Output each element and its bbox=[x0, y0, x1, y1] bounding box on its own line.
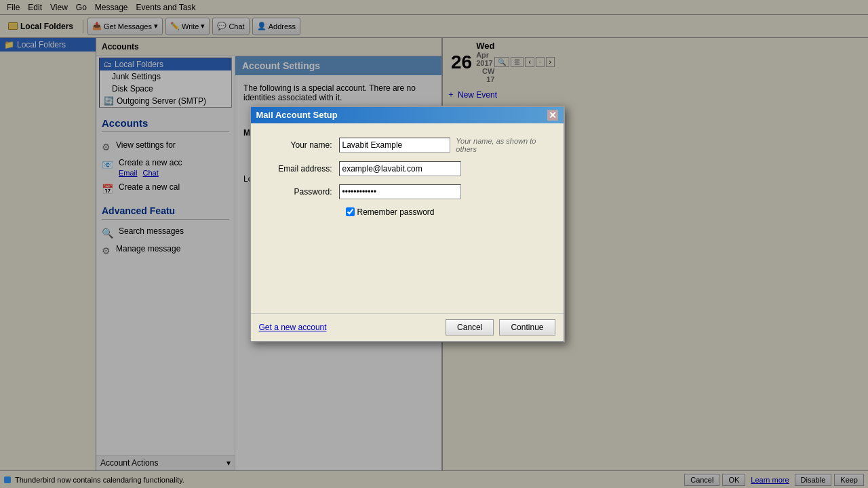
email-input[interactable] bbox=[339, 161, 461, 176]
password-input-wrap bbox=[339, 184, 461, 199]
remember-checkbox[interactable] bbox=[346, 207, 355, 216]
remember-label: Remember password bbox=[357, 207, 435, 217]
modal-body: Your name: Your name, as shown to others… bbox=[251, 123, 564, 313]
modal-spacer bbox=[264, 225, 550, 306]
email-row: Email address: bbox=[264, 161, 550, 176]
modal-footer: Get a new account Cancel Continue bbox=[251, 313, 564, 341]
modal-close-button[interactable]: ✕ bbox=[547, 110, 558, 121]
email-label: Email address: bbox=[264, 164, 339, 174]
password-input[interactable] bbox=[339, 184, 461, 199]
modal-title: Mail Account Setup bbox=[256, 110, 338, 120]
modal-footer-buttons: Cancel Continue bbox=[446, 319, 555, 336]
name-input[interactable] bbox=[339, 138, 451, 152]
cancel-button[interactable]: Cancel bbox=[446, 319, 494, 336]
name-input-wrap: Your name, as shown to others bbox=[339, 137, 550, 153]
name-row: Your name: Your name, as shown to others bbox=[264, 137, 550, 153]
remember-row: Remember password bbox=[346, 207, 550, 217]
get-new-account-link[interactable]: Get a new account bbox=[259, 323, 327, 332]
mail-account-setup-modal: Mail Account Setup ✕ Your name: Your nam… bbox=[250, 106, 565, 342]
name-label: Your name: bbox=[264, 140, 339, 150]
modal-overlay: Mail Account Setup ✕ Your name: Your nam… bbox=[0, 0, 868, 488]
continue-button[interactable]: Continue bbox=[499, 319, 555, 336]
email-input-wrap bbox=[339, 161, 461, 176]
modal-title-bar: Mail Account Setup ✕ bbox=[251, 107, 564, 123]
password-row: Password: bbox=[264, 184, 550, 199]
name-hint: Your name, as shown to others bbox=[456, 137, 549, 153]
password-label: Password: bbox=[264, 187, 339, 197]
